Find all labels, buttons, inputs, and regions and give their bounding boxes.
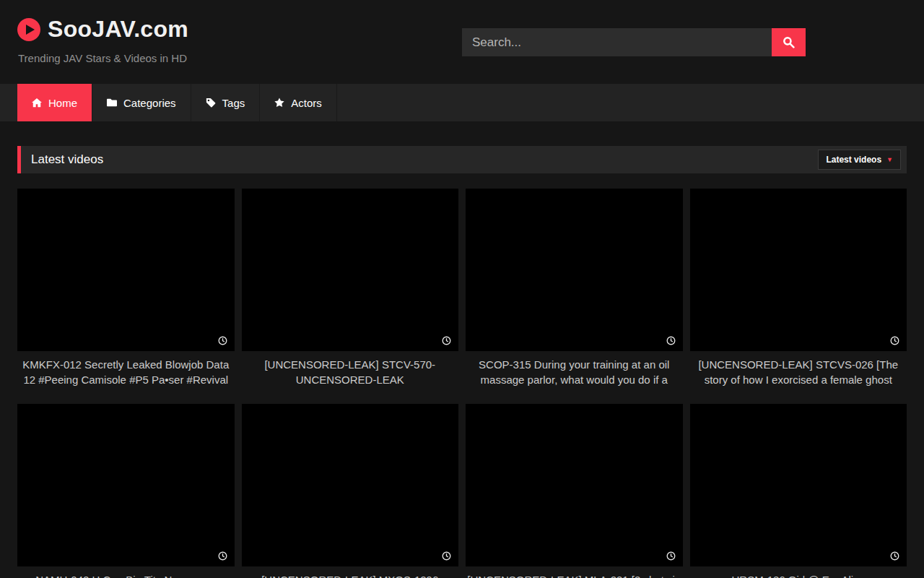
video-title[interactable]: KMKFX-012 Secretly Leaked Blowjob Data 1… <box>17 358 235 388</box>
search-form <box>462 28 806 56</box>
site-tagline: Trending JAV Stars & Videos in HD <box>18 52 187 64</box>
nav-tabs: HomeCategoriesTagsActors <box>17 84 337 121</box>
video-thumbnail[interactable] <box>17 404 235 566</box>
video-card[interactable]: NAMH-042 H Cup Big Tits Newcomer (170cm … <box>17 404 235 578</box>
video-card[interactable]: URSM-186 Girl @ Era Alice <box>690 404 907 578</box>
video-thumbnail[interactable] <box>466 189 683 351</box>
video-thumbnail[interactable] <box>690 404 907 566</box>
video-card[interactable]: KMKFX-012 Secretly Leaked Blowjob Data 1… <box>17 189 235 388</box>
clock-icon <box>442 551 451 561</box>
caret-down-icon: ▼ <box>886 157 893 163</box>
video-card[interactable]: SCOP-315 During your training at an oil … <box>466 189 683 388</box>
clock-icon <box>442 336 451 345</box>
clock-icon <box>218 551 227 561</box>
nav-tab-tags[interactable]: Tags <box>191 84 261 121</box>
nav-tab-label: Categories <box>123 97 176 109</box>
video-title[interactable]: NAMH-042 H Cup Big Tits Newcomer (170cm … <box>17 573 235 578</box>
nav-tab-categories[interactable]: Categories <box>92 84 191 121</box>
video-title[interactable]: [UNCENSORED-LEAK] STCV-570-UNCENSORED-LE… <box>242 358 459 387</box>
main-content: Latest videos Latest videos ▼ KMKFX-012 … <box>0 146 924 578</box>
home-icon <box>32 98 42 108</box>
sort-dropdown[interactable]: Latest videos ▼ <box>818 150 901 170</box>
video-thumbnail[interactable] <box>466 404 683 566</box>
nav-tab-label: Home <box>48 97 77 109</box>
site-header: SooJAV.com Trending JAV Stars & Videos i… <box>0 0 924 84</box>
nav-tab-actors[interactable]: Actors <box>260 84 337 121</box>
search-icon <box>783 36 795 48</box>
video-thumbnail[interactable] <box>242 404 459 566</box>
clock-icon <box>666 551 676 561</box>
nav-tab-label: Tags <box>222 97 245 109</box>
sort-label: Latest videos <box>826 155 881 165</box>
main-nav: HomeCategoriesTagsActors <box>0 84 924 121</box>
video-thumbnail[interactable] <box>17 189 235 351</box>
video-card[interactable]: [UNCENSORED-LEAK] MXGS-1296 Absolutely <box>242 404 459 578</box>
page: SooJAV.com Trending JAV Stars & Videos i… <box>0 0 924 578</box>
video-card[interactable]: [UNCENSORED-LEAK] MLA-231 [3 shots in <box>466 404 683 578</box>
search-button[interactable] <box>772 28 806 56</box>
search-input[interactable] <box>462 28 772 56</box>
video-title[interactable]: SCOP-315 During your training at an oil … <box>466 358 683 388</box>
clock-icon <box>890 336 899 345</box>
site-title: SooJAV.com <box>48 16 188 43</box>
nav-tab-home[interactable]: Home <box>17 84 92 121</box>
tag-icon <box>206 98 216 108</box>
video-grid: KMKFX-012 Secretly Leaked Blowjob Data 1… <box>17 189 907 578</box>
play-icon <box>17 18 40 41</box>
video-thumbnail[interactable] <box>690 189 907 351</box>
clock-icon <box>890 551 899 561</box>
video-title[interactable]: [UNCENSORED-LEAK] MXGS-1296 Absolutely <box>242 573 459 578</box>
nav-tab-label: Actors <box>291 97 322 109</box>
clock-icon <box>218 336 227 345</box>
section-title: Latest videos <box>31 152 103 167</box>
clock-icon <box>666 336 676 345</box>
video-card[interactable]: [UNCENSORED-LEAK] STCVS-026 [The story o… <box>690 189 907 388</box>
section-header: Latest videos Latest videos ▼ <box>17 146 907 173</box>
video-card[interactable]: [UNCENSORED-LEAK] STCV-570-UNCENSORED-LE… <box>242 189 459 388</box>
site-logo[interactable]: SooJAV.com <box>17 16 188 43</box>
video-title[interactable]: [UNCENSORED-LEAK] STCVS-026 [The story o… <box>690 358 907 388</box>
folder-icon <box>107 98 117 108</box>
video-title[interactable]: [UNCENSORED-LEAK] MLA-231 [3 shots in <box>466 573 683 578</box>
video-thumbnail[interactable] <box>242 189 459 351</box>
star-icon <box>274 98 284 108</box>
video-title[interactable]: URSM-186 Girl @ Era Alice <box>690 573 907 578</box>
